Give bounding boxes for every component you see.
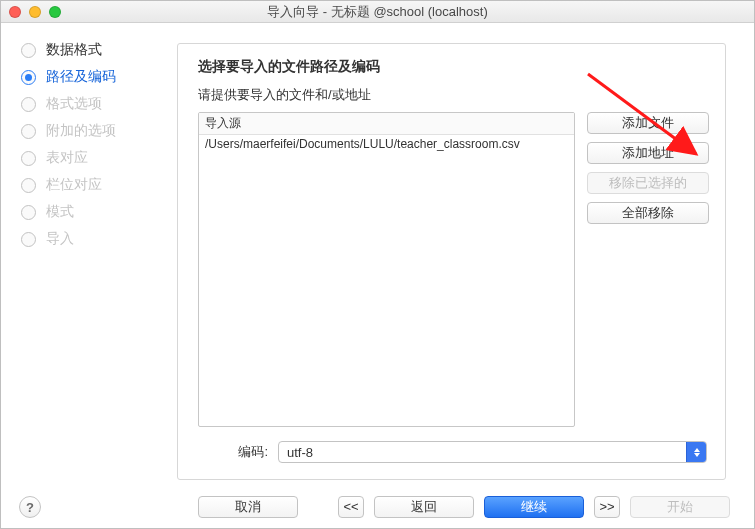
step-mode: 模式 xyxy=(21,203,165,221)
radio-icon xyxy=(21,70,36,85)
radio-icon xyxy=(21,232,36,247)
radio-icon xyxy=(21,124,36,139)
remove-selected-button: 移除已选择的 xyxy=(587,172,709,194)
step-import: 导入 xyxy=(21,230,165,248)
encoding-row: 编码: utf-8 xyxy=(198,441,709,463)
step-label: 模式 xyxy=(46,203,74,221)
step-label: 栏位对应 xyxy=(46,176,102,194)
panel-subheading: 请提供要导入的文件和/或地址 xyxy=(198,86,709,104)
cancel-button[interactable]: 取消 xyxy=(198,496,298,518)
radio-icon xyxy=(21,205,36,220)
add-file-button[interactable]: 添加文件 xyxy=(587,112,709,134)
continue-button[interactable]: 继续 xyxy=(484,496,584,518)
step-label: 附加的选项 xyxy=(46,122,116,140)
list-header: 导入源 xyxy=(199,113,574,135)
add-url-button[interactable]: 添加地址 xyxy=(587,142,709,164)
list-item[interactable]: /Users/maerfeifei/Documents/LULU/teacher… xyxy=(199,135,574,153)
first-page-button[interactable]: << xyxy=(338,496,364,518)
step-label: 表对应 xyxy=(46,149,88,167)
step-table-mapping: 表对应 xyxy=(21,149,165,167)
start-button: 开始 xyxy=(630,496,730,518)
step-label: 格式选项 xyxy=(46,95,102,113)
radio-icon xyxy=(21,43,36,58)
encoding-select[interactable]: utf-8 xyxy=(278,441,707,463)
footer: ? 取消 << 返回 继续 >> 开始 xyxy=(1,486,754,528)
step-label: 数据格式 xyxy=(46,41,102,59)
panel-heading: 选择要导入的文件路径及编码 xyxy=(198,58,709,76)
side-buttons: 添加文件 添加地址 移除已选择的 全部移除 xyxy=(587,112,709,427)
step-additional-options: 附加的选项 xyxy=(21,122,165,140)
content-panel: 选择要导入的文件路径及编码 请提供要导入的文件和/或地址 导入源 /Users/… xyxy=(177,43,726,480)
list-rows: /Users/maerfeifei/Documents/LULU/teacher… xyxy=(199,135,574,426)
step-field-mapping: 栏位对应 xyxy=(21,176,165,194)
radio-icon xyxy=(21,151,36,166)
dropdown-stepper-icon xyxy=(686,442,706,462)
remove-all-button[interactable]: 全部移除 xyxy=(587,202,709,224)
maximize-icon[interactable] xyxy=(49,6,61,18)
radio-icon xyxy=(21,178,36,193)
last-page-button[interactable]: >> xyxy=(594,496,620,518)
sidebar: 数据格式 路径及编码 格式选项 附加的选项 表对应 栏位对应 模式 导入 xyxy=(1,23,177,486)
encoding-label: 编码: xyxy=(228,443,268,461)
radio-icon xyxy=(21,97,36,112)
traffic-lights xyxy=(9,6,61,18)
encoding-value: utf-8 xyxy=(279,445,321,460)
help-button[interactable]: ? xyxy=(19,496,41,518)
step-path-encoding[interactable]: 路径及编码 xyxy=(21,68,165,86)
minimize-icon[interactable] xyxy=(29,6,41,18)
step-data-format[interactable]: 数据格式 xyxy=(21,41,165,59)
back-button[interactable]: 返回 xyxy=(374,496,474,518)
import-source-list[interactable]: 导入源 /Users/maerfeifei/Documents/LULU/tea… xyxy=(198,112,575,427)
step-label: 路径及编码 xyxy=(46,68,116,86)
step-format-options: 格式选项 xyxy=(21,95,165,113)
step-label: 导入 xyxy=(46,230,74,248)
window-title: 导入向导 - 无标题 @school (localhost) xyxy=(1,3,754,21)
titlebar: 导入向导 - 无标题 @school (localhost) xyxy=(1,1,754,23)
close-icon[interactable] xyxy=(9,6,21,18)
